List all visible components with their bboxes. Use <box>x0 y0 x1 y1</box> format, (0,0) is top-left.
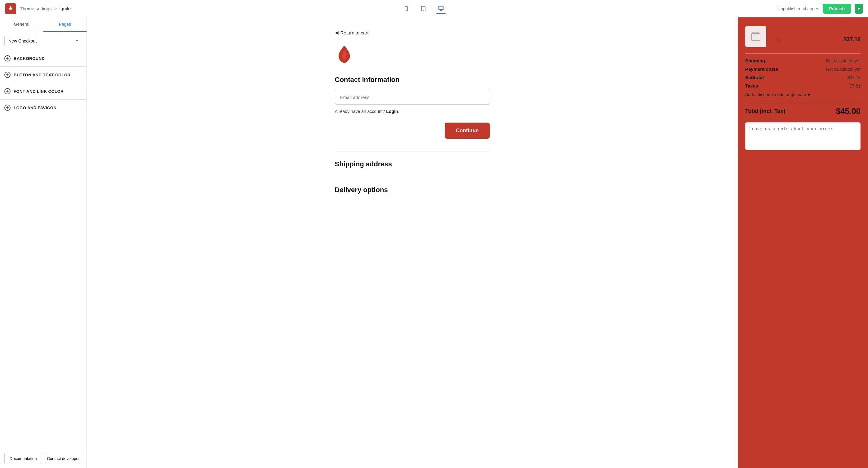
payment-label: Payment costs <box>745 66 778 72</box>
login-link[interactable]: Login <box>386 109 398 114</box>
discount-chevron-icon: ▾ <box>808 92 810 97</box>
payment-value: Not calculated yet <box>826 67 861 72</box>
contact-info-title: Contact information <box>335 76 490 84</box>
tablet-device-btn[interactable] <box>418 4 428 13</box>
delivery-title: Delivery options <box>335 186 490 194</box>
sidebar-section-font-link-color[interactable]: + FONT AND LINK COLOR <box>0 83 87 99</box>
shipping-value: Not calculated yet <box>826 58 861 63</box>
account-text: Already have an account? Login. <box>335 109 490 114</box>
breadcrumb-theme-settings[interactable]: Theme settings <box>20 6 52 11</box>
sidebar-section-logo-favicon[interactable]: + LOGO AND FAVICON <box>0 99 87 116</box>
discount-label: Add a discount code or gift card <box>745 92 806 97</box>
subtotal-label: Subtotal <box>745 75 764 80</box>
shipping-label: Shipping <box>745 58 765 63</box>
total-row: Total (incl. Tax) $45.00 <box>745 107 861 116</box>
taxes-value: $7.81 <box>850 84 861 88</box>
discount-row[interactable]: Add a discount code or gift card ▾ <box>745 92 861 97</box>
expand-logo-icon: + <box>4 105 10 111</box>
checkout-content: ◀ Return to cart Contact information Alr… <box>322 18 502 221</box>
topbar-right: Unpublished changes Publish ▾ <box>777 4 863 13</box>
subtotal-row: Subtotal $37.19 <box>745 75 861 80</box>
taxes-row: Taxes $7.81 <box>745 83 861 88</box>
app-logo <box>5 3 16 14</box>
device-switcher <box>74 4 774 13</box>
section-font-link-label: FONT AND LINK COLOR <box>13 89 64 94</box>
svg-rect-4 <box>439 6 443 10</box>
expand-font-link-icon: + <box>4 88 10 94</box>
section-button-text-label: BUTTON AND TEXT COLOR <box>13 72 71 77</box>
tab-pages[interactable]: Pages <box>43 18 87 32</box>
preview-area: ◀ Return to cart Contact information Alr… <box>87 18 868 468</box>
order-summary-panel: Sample product 1 item $37.19 Shipping No… <box>738 18 868 468</box>
sidebar-tabs: General Pages <box>0 18 87 32</box>
topbar: Theme settings > Ignite Unpublished chan… <box>0 0 868 18</box>
product-row: Sample product 1 item $37.19 <box>745 26 861 47</box>
svg-point-3 <box>423 10 424 10</box>
payment-row: Payment costs Not calculated yet <box>745 66 861 72</box>
expand-button-text-icon: + <box>4 72 10 78</box>
publish-button[interactable]: Publish <box>823 4 851 13</box>
subtotal-value: $37.19 <box>847 75 861 80</box>
total-label: Total (incl. Tax) <box>745 108 785 115</box>
continue-button[interactable]: Continue <box>445 123 490 139</box>
divider-1 <box>335 151 490 151</box>
product-price-row: 1 item $37.19 <box>771 36 861 43</box>
page-select-wrap: New Checkout <box>0 32 87 50</box>
publish-dropdown-button[interactable]: ▾ <box>855 4 863 13</box>
back-arrow-icon: ◀ <box>335 30 339 35</box>
sidebar: General Pages New Checkout + BACKGROUND … <box>0 18 87 468</box>
mobile-device-btn[interactable] <box>402 4 411 13</box>
main-layout: General Pages New Checkout + BACKGROUND … <box>0 18 868 468</box>
product-meta: Sample product <box>771 31 861 36</box>
section-background-label: BACKGROUND <box>13 56 45 61</box>
shipping-row: Shipping Not calculated yet <box>745 58 861 63</box>
return-link-text: Return to cart <box>341 30 369 35</box>
product-name: Sample product <box>771 31 808 36</box>
total-price: $45.00 <box>836 107 861 116</box>
summary-divider-2 <box>745 102 861 102</box>
svg-rect-7 <box>751 33 760 40</box>
tab-general[interactable]: General <box>0 18 43 32</box>
sidebar-spacer <box>0 116 87 449</box>
section-logo-label: LOGO AND FAVICON <box>13 106 56 110</box>
sidebar-section-background[interactable]: + BACKGROUND <box>0 50 87 67</box>
email-input-wrap <box>335 90 490 105</box>
product-count: 1 item <box>771 37 782 42</box>
brand-logo <box>335 44 490 67</box>
documentation-button[interactable]: Documentation <box>4 453 42 464</box>
return-to-cart-link[interactable]: ◀ Return to cart <box>335 30 490 35</box>
sidebar-footer: Documentation Contact developer <box>0 449 87 468</box>
unpublished-label: Unpublished changes <box>777 6 819 11</box>
breadcrumb-separator: > <box>54 6 57 11</box>
breadcrumb-current-theme: Ignite <box>59 6 71 11</box>
checkout-preview: ◀ Return to cart Contact information Alr… <box>87 18 738 468</box>
expand-background-icon: + <box>4 55 10 61</box>
shipping-title: Shipping address <box>335 160 490 168</box>
summary-divider-1 <box>745 53 861 54</box>
page-select[interactable]: New Checkout <box>4 36 82 46</box>
continue-btn-wrap: Continue <box>335 123 490 139</box>
product-thumbnail <box>745 26 766 47</box>
email-input[interactable] <box>335 90 490 105</box>
order-note-input[interactable] <box>745 122 861 150</box>
contact-developer-button[interactable]: Contact developer <box>45 453 83 464</box>
svg-point-1 <box>406 10 407 10</box>
breadcrumb: Theme settings > Ignite <box>20 6 71 11</box>
product-price: $37.19 <box>843 36 861 43</box>
sidebar-section-button-text-color[interactable]: + BUTTON AND TEXT COLOR <box>0 67 87 83</box>
taxes-label: Taxes <box>745 83 758 88</box>
divider-2 <box>335 177 490 177</box>
product-info: Sample product 1 item $37.19 <box>771 31 861 43</box>
desktop-device-btn[interactable] <box>436 4 446 13</box>
